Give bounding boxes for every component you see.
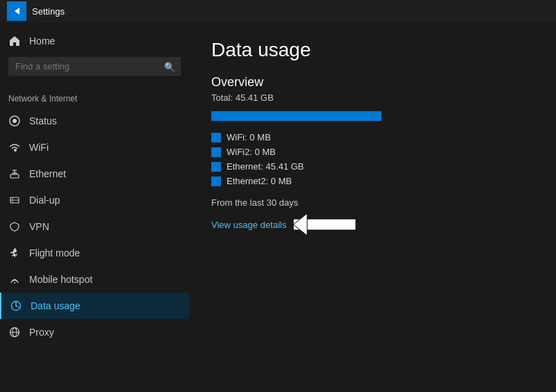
sidebar-item-ethernet[interactable]: Ethernet xyxy=(0,161,189,187)
section-header: Network & Internet xyxy=(0,84,189,108)
flight-mode-icon xyxy=(8,247,21,259)
page-title: Data usage xyxy=(211,39,534,61)
search-icon: 🔍 xyxy=(164,61,175,72)
sidebar-label-home: Home xyxy=(29,35,55,47)
sidebar-item-dialup[interactable]: Dial-up xyxy=(0,187,189,213)
sidebar-label-wifi: WiFi xyxy=(29,142,49,153)
status-icon xyxy=(8,115,21,127)
sidebar-label-vpn: VPN xyxy=(29,221,49,232)
svg-marker-0 xyxy=(15,8,19,15)
legend-label-ethernet2: Ethernet2: 0 MB xyxy=(227,176,292,186)
sidebar-item-vpn[interactable]: VPN xyxy=(0,213,189,240)
sidebar-label-dialup: Dial-up xyxy=(29,195,60,206)
overview-title: Overview xyxy=(211,75,534,90)
from-days-label: From the last 30 days xyxy=(211,197,534,208)
legend-item-ethernet: Ethernet: 45.41 GB xyxy=(211,161,534,172)
main-layout: Home 🔍 Network & Internet Status xyxy=(0,22,556,392)
legend-label-wifi: WiFi: 0 MB xyxy=(227,132,271,142)
view-usage-details-link[interactable]: View usage details xyxy=(211,220,286,230)
ethernet-icon xyxy=(8,168,21,180)
legend-color-ethernet2 xyxy=(211,177,221,186)
vpn-icon xyxy=(8,220,21,233)
legend-item-ethernet2: Ethernet2: 0 MB xyxy=(211,176,534,186)
sidebar-item-mobilehotspot[interactable]: Mobile hotspot xyxy=(0,266,189,293)
progress-bar-fill xyxy=(211,111,382,121)
sidebar-item-status[interactable]: Status xyxy=(0,108,189,134)
overview-total: Total: 45.41 GB xyxy=(211,92,534,103)
sidebar-search-container: 🔍 xyxy=(8,57,181,76)
arrow-annotation xyxy=(292,212,375,237)
search-input[interactable] xyxy=(8,57,181,76)
svg-marker-19 xyxy=(293,213,307,236)
legend-item-wifi: WiFi: 0 MB xyxy=(211,132,534,142)
sidebar-label-mobilehotspot: Mobile hotspot xyxy=(29,274,92,285)
sidebar-label-proxy: Proxy xyxy=(29,327,54,338)
sidebar-label-datausage: Data usage xyxy=(31,300,81,311)
sidebar-label-status: Status xyxy=(29,115,57,126)
view-details-container: View usage details xyxy=(211,212,534,237)
main-content: Data usage Overview Total: 45.41 GB WiFi… xyxy=(189,22,556,392)
svg-point-2 xyxy=(13,119,17,123)
legend-label-wifi2: WiFi2: 0 MB xyxy=(227,147,276,157)
svg-point-13 xyxy=(14,282,15,284)
data-usage-icon xyxy=(10,300,22,312)
sidebar-item-datausage[interactable]: Data usage xyxy=(0,293,189,319)
home-icon xyxy=(8,35,21,47)
legend-list: WiFi: 0 MB WiFi2: 0 MB Ethernet: 45.41 G… xyxy=(211,132,534,186)
legend-color-wifi2 xyxy=(211,147,221,157)
sidebar-label-flightmode: Flight mode xyxy=(29,247,80,259)
sidebar: Home 🔍 Network & Internet Status xyxy=(0,22,189,392)
legend-label-ethernet: Ethernet: 45.41 GB xyxy=(227,161,304,172)
legend-color-ethernet xyxy=(211,162,221,172)
dialup-icon xyxy=(8,194,21,206)
mobile-hotspot-icon xyxy=(8,273,21,286)
sidebar-item-home[interactable]: Home xyxy=(0,28,189,54)
back-button[interactable] xyxy=(7,1,26,21)
window-title: Settings xyxy=(32,6,65,17)
sidebar-item-proxy[interactable]: Proxy xyxy=(0,319,189,345)
data-usage-progress-bar xyxy=(211,111,382,121)
sidebar-label-ethernet: Ethernet xyxy=(29,168,66,179)
svg-rect-3 xyxy=(10,174,19,178)
sidebar-item-wifi[interactable]: WiFi xyxy=(0,134,189,161)
legend-color-wifi xyxy=(211,133,221,142)
wifi-icon xyxy=(8,141,21,154)
sidebar-item-flightmode[interactable]: Flight mode xyxy=(0,240,189,266)
title-bar: Settings xyxy=(0,0,556,22)
proxy-icon xyxy=(8,326,21,338)
legend-item-wifi2: WiFi2: 0 MB xyxy=(211,147,534,157)
